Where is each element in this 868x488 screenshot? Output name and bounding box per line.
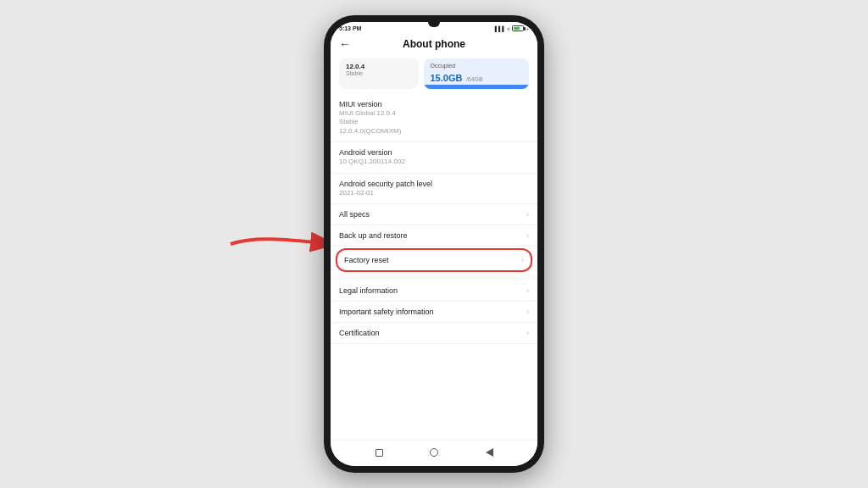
annotation-arrow xyxy=(222,219,341,269)
factory-reset-label: Factory reset xyxy=(344,256,518,264)
storage-card: Occupied 15.0GB /64GB xyxy=(424,58,530,89)
battery-plus-icon: + xyxy=(526,26,529,31)
setting-safety-info[interactable]: Important safety information › xyxy=(331,302,537,323)
setting-certification[interactable]: Certification › xyxy=(331,323,537,344)
version-label: Stable xyxy=(346,70,412,76)
page-title: About phone xyxy=(403,38,465,50)
version-card: 12.0.4 Stable xyxy=(339,58,419,89)
home-button[interactable] xyxy=(427,446,441,459)
chevron-icon: › xyxy=(526,308,529,316)
status-bar: 5:13 PM ▌▌▌ ⌾ + xyxy=(331,22,537,33)
setting-factory-reset[interactable]: Factory reset › xyxy=(336,248,532,272)
recent-apps-button[interactable] xyxy=(372,446,386,459)
divider xyxy=(331,274,537,280)
setting-all-specs[interactable]: All specs › xyxy=(331,204,537,225)
back-button[interactable]: ← xyxy=(339,37,351,51)
version-number: 12.0.4 xyxy=(346,63,412,70)
chevron-icon: › xyxy=(526,329,529,337)
setting-legal-info[interactable]: Legal information › xyxy=(331,280,537,302)
storage-label: Occupied xyxy=(431,63,523,69)
storage-total: /64GB xyxy=(466,76,483,82)
chevron-icon: › xyxy=(526,286,529,295)
chevron-icon: › xyxy=(526,210,529,219)
signal-icon: ▌▌▌ xyxy=(495,26,506,31)
battery-icon xyxy=(512,25,524,31)
nav-bar xyxy=(331,440,537,466)
storage-amount: 15.0GB xyxy=(431,73,463,83)
status-time: 5:13 PM xyxy=(339,25,361,31)
back-icon xyxy=(486,448,493,457)
back-nav-button[interactable] xyxy=(482,446,496,459)
home-icon xyxy=(430,448,438,457)
settings-list: MIUI version MIUI Global 12.0.4Stable12.… xyxy=(331,94,537,440)
setting-backup-restore[interactable]: Back up and restore › xyxy=(331,225,537,247)
chevron-icon: › xyxy=(526,231,529,240)
top-bar: ← About phone xyxy=(331,33,537,55)
status-icons: ▌▌▌ ⌾ + xyxy=(495,25,529,31)
recent-apps-icon xyxy=(376,449,383,457)
setting-miui-version[interactable]: MIUI version MIUI Global 12.0.4Stable12.… xyxy=(331,94,537,142)
storage-row: 12.0.4 Stable Occupied 15.0GB /64GB xyxy=(331,55,537,94)
chevron-icon: › xyxy=(521,256,524,264)
phone-frame: 5:13 PM ▌▌▌ ⌾ + ← About phone xyxy=(324,15,544,473)
setting-security-patch[interactable]: Android security patch level 2021-02-01 xyxy=(331,174,537,204)
notch xyxy=(428,22,440,27)
setting-android-version[interactable]: Android version 10 QKQ1.200114.002 xyxy=(331,142,537,173)
storage-bar xyxy=(424,85,530,89)
wifi-icon: ⌾ xyxy=(507,26,510,31)
